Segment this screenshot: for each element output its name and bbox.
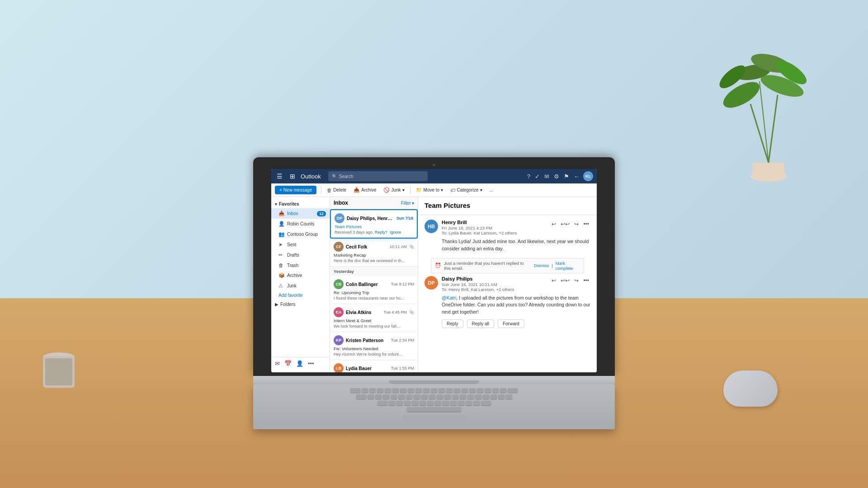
move-to-button[interactable]: 📁 Move to ▾	[413, 186, 446, 194]
more-bottom-icon[interactable]: •••	[308, 360, 314, 367]
key	[377, 401, 387, 405]
email-item-trip[interactable]: CB Colin Ballinger Tue 9:12 PM Re: Upcom…	[330, 276, 418, 304]
email-avatar-4: EA	[334, 307, 344, 317]
sidebar-item-trash[interactable]: 🗑 Trash	[271, 260, 330, 270]
check-icon[interactable]: ✓	[534, 172, 541, 181]
sidebar-item-sent[interactable]: ➤ Sent	[271, 239, 330, 250]
reading-pane-header: Team Pictures	[418, 197, 597, 215]
message-actions-1: ↩ ↩↩ ↪ •••	[550, 220, 590, 229]
reminder-icon: ⏰	[435, 263, 441, 268]
contacts-icon[interactable]: 👤	[296, 360, 303, 367]
delete-button[interactable]: 🗑 Delete	[324, 186, 349, 194]
mark-complete-link[interactable]: Mark complete	[556, 261, 580, 271]
email-sender-5: Kristen Patterson	[346, 338, 389, 343]
key	[454, 388, 460, 393]
reminder-bar: ⏰ Just a reminder that you haven't repli…	[431, 258, 584, 273]
back-icon[interactable]: ←	[573, 172, 580, 181]
key	[435, 401, 441, 405]
key	[437, 394, 443, 399]
email-item-header-6: LB Lydia Bauer Tue 1:55 PM	[334, 363, 414, 372]
key	[398, 394, 405, 399]
reply-button-1[interactable]: ↩	[550, 220, 557, 229]
email-item-team-pictures[interactable]: DP Daisy Philips, Henry Brill Sun 7/18 T…	[330, 209, 418, 239]
flag-icon[interactable]: ⚑	[563, 172, 570, 181]
more-button[interactable]: ...	[487, 186, 496, 194]
email-item-volunteers[interactable]: KP Kristen Patterson Tue 2:34 PM Fw: Vol…	[330, 332, 418, 360]
key	[415, 388, 422, 393]
new-message-button[interactable]: + New message	[275, 186, 316, 194]
reminder-separator: |	[552, 263, 552, 268]
email-item-celebration[interactable]: LB Lydia Bauer Tue 1:55 PM Celebration p…	[330, 360, 418, 372]
sidebar-item-junk[interactable]: ⚠ Junk	[271, 281, 330, 291]
favorites-section[interactable]: ▾ Favorites	[271, 200, 330, 208]
forward-button-1[interactable]: ↪	[573, 220, 580, 229]
reply-all-button-2[interactable]: ↩↩	[559, 276, 571, 285]
key	[466, 401, 472, 405]
reply-link[interactable]: Reply?	[375, 230, 387, 235]
ignore-link[interactable]: Ignore	[390, 230, 401, 235]
reply-all-button-1[interactable]: ↩↩	[559, 220, 571, 229]
archive-icon: 📥	[354, 187, 360, 193]
key	[473, 401, 480, 405]
email-preview-3: I found these restaurants near our ho...	[334, 296, 414, 300]
email-item-header: DP Daisy Philips, Henry Brill Sun 7/18	[335, 213, 413, 223]
key	[356, 394, 366, 399]
search-box[interactable]: 🔍 Search	[328, 171, 428, 181]
email-sender-4: Elvia Atkins	[346, 310, 382, 315]
reply-all-btn-final[interactable]: Reply all	[467, 319, 494, 328]
forward-button-2[interactable]: ↪	[573, 276, 580, 285]
sidebar-item-inbox[interactable]: 📥 Inbox 12	[271, 208, 330, 219]
junk-button[interactable]: 🚫 Junk ▾	[381, 186, 407, 194]
sidebar-item-contoso[interactable]: 👥 Contoso Group	[271, 229, 330, 239]
user-avatar[interactable]: KL	[583, 171, 593, 181]
message-avatar-1: HB	[425, 220, 438, 233]
email-item-marketing[interactable]: CF Cecil Folk 10:11 AM 📎 Marketing Recap…	[330, 239, 418, 267]
sidebar-folders[interactable]: ▶ Folders	[271, 300, 330, 309]
key	[389, 401, 395, 405]
email-date-5: Tue 2:34 PM	[391, 338, 414, 343]
mail-icon[interactable]: ✉	[543, 172, 550, 181]
email-avatar-5: KP	[334, 335, 344, 345]
dismiss-link[interactable]: Dismiss	[534, 263, 549, 268]
app-grid-icon[interactable]: ⊞	[288, 172, 297, 181]
message-date-1: Fri June 16, 2021 4:23 PM	[442, 225, 547, 230]
junk-sidebar-icon: ⚠	[278, 283, 285, 289]
sidebar-bottom: ✉ 📅 👤 •••	[271, 357, 330, 370]
message-to-2: To: Henry Brill, Kat Larsson, +2 others	[442, 287, 547, 292]
email-item-header-4: EA Elvia Atkins Tue 4:45 PM 📎	[334, 307, 414, 317]
key	[460, 394, 466, 399]
mail-bottom-icon[interactable]: ✉	[275, 360, 280, 367]
toolbar-separator-2	[410, 187, 410, 194]
reply-button-2[interactable]: ↩	[550, 276, 557, 285]
email-list-pane: Inbox Filter ▾ DP Daisy Phil	[330, 197, 418, 372]
trackpad[interactable]	[402, 415, 466, 425]
forward-btn-final[interactable]: Forward	[498, 319, 524, 328]
more-button-2[interactable]: •••	[582, 276, 590, 285]
sidebar-item-robin[interactable]: 👤 Robin Counts	[271, 219, 330, 229]
message-date-2: Sun June 18, 2021 10:21 AM	[442, 282, 547, 287]
email-item-intern[interactable]: EA Elvia Atkins Tue 4:45 PM 📎 Intern Mee…	[330, 304, 418, 332]
hamburger-button[interactable]: ☰	[275, 171, 284, 182]
filter-button[interactable]: Filter ▾	[401, 201, 414, 206]
sidebar-item-drafts[interactable]: ✏ Drafts	[271, 250, 330, 260]
key	[492, 388, 499, 393]
key	[408, 388, 414, 393]
archive-button[interactable]: 📥 Archive	[351, 186, 379, 194]
email-list: DP Daisy Philips, Henry Brill Sun 7/18 T…	[330, 209, 418, 372]
spacebar	[407, 407, 461, 412]
add-favorite-button[interactable]: Add favorite	[271, 291, 330, 300]
tag-icon: 🏷	[450, 188, 455, 193]
sidebar-item-archive[interactable]: 📦 Archive	[271, 270, 330, 281]
svg-rect-4	[753, 163, 784, 178]
help-icon[interactable]: ?	[526, 172, 531, 181]
categorize-button[interactable]: 🏷 Categorize ▾	[448, 186, 485, 194]
more-button-1[interactable]: •••	[582, 220, 590, 229]
thread-message-2: DP Daisy Philips Sun June 18, 2021 10:21…	[425, 276, 590, 328]
key	[477, 388, 483, 393]
top-bar-actions: ? ✓ ✉ ⚙ ⚑ ← KL	[526, 171, 593, 181]
junk-icon: 🚫	[383, 187, 390, 193]
reply-btn-final[interactable]: Reply	[442, 319, 463, 328]
key-row-1	[350, 388, 518, 393]
settings-icon[interactable]: ⚙	[553, 172, 560, 181]
calendar-icon[interactable]: 📅	[284, 360, 292, 367]
